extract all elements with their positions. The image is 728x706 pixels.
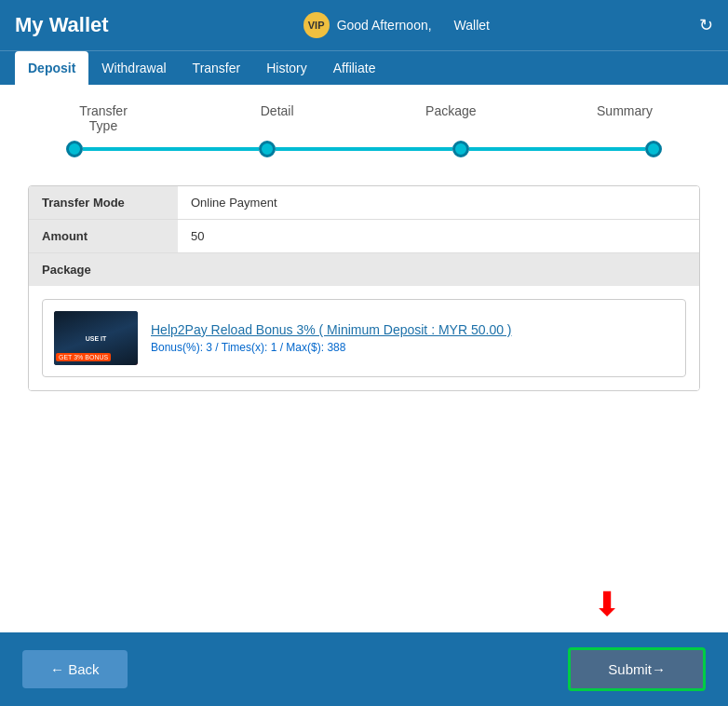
value-amount: 50 [178,220,699,252]
label-package: Package [29,253,699,286]
refresh-icon[interactable]: ↻ [699,15,713,35]
info-row-amount: Amount 50 [29,220,699,253]
header-wallet: Wallet [454,18,490,33]
nav-transfer[interactable]: Transfer [180,51,254,85]
value-transfer-mode: Online Payment [178,186,699,219]
step-progress: Transfer Type Detail Package Summary [28,103,700,157]
label-transfer-mode: Transfer Mode [29,186,178,219]
package-image: USE IT GET 3% BONUS [54,311,138,365]
header-greeting: Good Afternoon, [337,18,432,33]
nav-deposit[interactable]: Deposit [15,51,88,85]
header-center: VIP Good Afternoon, Wallet [109,12,684,38]
footer: ⬇ ← Back Submit→ [0,632,728,706]
step-line-2 [276,147,452,151]
step-labels: Transfer Type Detail Package Summary [66,103,662,133]
page-title: My Wallet [15,13,109,37]
header: My Wallet VIP Good Afternoon, Wallet ↻ [0,0,728,50]
label-amount: Amount [29,220,178,252]
package-info: Help2Pay Reload Bonus 3% ( Minimum Depos… [151,322,512,354]
package-card: USE IT GET 3% BONUS Help2Pay Reload Bonu… [42,299,686,377]
package-title[interactable]: Help2Pay Reload Bonus 3% ( Minimum Depos… [151,322,512,337]
step-dot-1 [66,141,83,157]
step-line-1 [83,147,259,151]
arrow-down-icon: ⬇ [593,588,621,621]
vip-badge: VIP [303,12,330,38]
step-dot-3 [452,141,469,157]
nav-history[interactable]: History [253,51,320,85]
package-subtitle: Bonus(%): 3 / Times(x): 1 / Max($): 388 [151,341,512,354]
submit-button[interactable]: Submit→ [568,647,706,691]
step-label-3: Package [413,103,488,133]
step-line-3 [469,147,645,151]
package-content: USE IT GET 3% BONUS Help2Pay Reload Bonu… [29,286,699,390]
package-badge: GET 3% BONUS [56,353,111,361]
step-dot-2 [259,141,276,157]
back-button[interactable]: ← Back [22,650,128,688]
step-dot-4 [645,141,662,157]
nav-withdrawal[interactable]: Withdrawal [88,51,179,85]
nav-bar: Deposit Withdrawal Transfer History Affi… [0,50,728,85]
step-track [66,141,662,157]
info-table: Transfer Mode Online Payment Amount 50 P… [28,185,700,391]
nav-affiliate[interactable]: Affiliate [320,51,389,85]
info-row-transfer-mode: Transfer Mode Online Payment [29,186,699,220]
step-label-4: Summary [587,103,662,133]
step-label-1: Transfer Type [66,103,141,133]
step-label-2: Detail [240,103,315,133]
main-content: Transfer Type Detail Package Summary Tra… [0,85,728,632]
